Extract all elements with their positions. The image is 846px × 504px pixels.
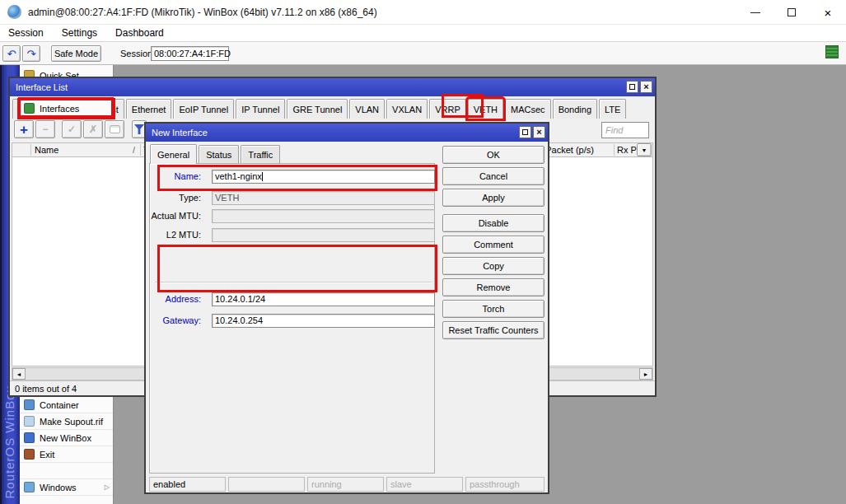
interfaces-icon [24,103,35,114]
exit-icon [24,449,35,460]
menu-item[interactable]: Dashboard [115,27,164,39]
comment-icon [110,125,120,133]
column-select-button[interactable]: ▼ [637,143,652,156]
connection-indicator [825,45,839,58]
column-name[interactable]: Name [35,145,58,155]
interface-type-tab[interactable]: MACsec [505,99,551,119]
sidebar-item[interactable]: Windows ▷ [20,479,113,496]
menu-item[interactable]: Session [8,27,44,39]
scroll-right-button[interactable]: ► [639,368,652,380]
comment-button[interactable] [105,120,124,138]
dialog-status-row: enabledrunningslavepassthrough [146,477,548,492]
maximize-button[interactable] [774,0,810,25]
safe-mode-button[interactable]: Safe Mode [51,45,101,62]
interface-type-tab[interactable]: LTE [599,99,626,119]
dialog-button[interactable]: OK [442,146,545,164]
close-button[interactable]: × [810,0,846,25]
status-cell [228,477,305,492]
interface-type-tab[interactable]: GRE Tunnel [287,99,348,119]
minimize-button[interactable] [737,0,774,25]
window-controls: × [737,0,846,25]
dialog-button[interactable]: Torch [442,300,545,318]
dialog-button[interactable]: Comment [442,236,545,254]
sidebar-item[interactable]: Make Supout.rif [20,413,113,430]
status-cell: enabled [149,477,226,492]
gateway-input[interactable]: 10.24.0.254 [212,314,435,328]
interface-list-title: Interface List [16,82,68,92]
session-field[interactable]: 08:00:27:A4:1F:FD [151,46,229,61]
window-titlebar: admin@08:00:27:A4:1F:FD (MikroTik) - Win… [0,0,846,25]
dialog-button[interactable]: Apply [442,189,545,207]
sidebar-item[interactable]: Container [20,397,113,413]
dialog-tab[interactable]: General [150,144,197,164]
name-input[interactable]: veth1-nginx [212,170,435,184]
sidebar-item[interactable]: Exit [20,446,113,463]
scroll-left-icon: ◄ [16,371,22,377]
type-field: VETH [212,191,435,205]
filter-funnel-icon [134,124,144,134]
redo-button[interactable]: ↷ [22,45,40,62]
cross-icon: ✗ [89,124,97,135]
interface-type-tab[interactable]: VLAN [349,99,385,119]
interface-type-tab[interactable]: Ethernet [126,99,172,119]
dialog-buttons: OKCancelApplyDisableCommentCopyRemoveTor… [442,124,545,453]
sidebar-item[interactable]: New WinBox [20,430,113,446]
l2-mtu-field [212,228,435,242]
maximize-button[interactable] [626,81,638,93]
interface-type-tab[interactable]: VXLAN [386,99,428,119]
interface-type-tab[interactable]: Bonding [553,99,597,119]
dialog-tab[interactable]: Traffic [241,145,280,163]
undo-button[interactable]: ↶ [2,45,21,62]
text-cursor [262,172,263,181]
dialog-tabs: GeneralStatusTraffic [150,145,282,164]
dialog-button[interactable]: Remove [442,278,545,296]
name-label: Name: [150,170,201,181]
dialog-button[interactable]: Cancel [442,167,545,185]
status-cell: running [307,477,384,492]
scroll-left-button[interactable]: ◄ [12,368,26,380]
winbox-logo-icon [7,5,21,19]
enable-button[interactable]: ✓ [62,120,82,138]
column-rx-packet[interactable]: Rx Pac [617,145,637,155]
windows-icon [24,482,35,492]
undo-icon: ↶ [7,48,16,60]
dialog-tab[interactable]: Status [199,145,239,163]
sort-ascending-icon: / [133,145,135,155]
menu-item[interactable]: Settings [62,27,97,39]
submenu-arrow-icon: ▷ [105,483,110,491]
maximize-icon [629,84,635,90]
plus-icon: + [20,123,28,137]
status-cell: slave [386,477,463,492]
main-toolbar: ↶ ↷ Safe Mode Session: 08:00:27:A4:1F:FD [0,42,846,65]
window-title: admin@08:00:27:A4:1F:FD (MikroTik) - Win… [28,7,377,18]
interface-type-tab[interactable]: VETH [468,99,503,119]
check-icon: ✓ [68,124,76,135]
dialog-button[interactable]: Copy [442,257,545,275]
scroll-right-icon: ► [643,371,649,377]
dialog-button[interactable]: Reset Traffic Counters [442,321,545,339]
address-label: Address: [150,292,201,304]
close-icon: × [643,82,648,91]
address-input[interactable]: 10.24.0.1/24 [212,292,435,306]
interface-type-tab[interactable]: EoIP Tunnel [173,99,234,119]
dialog-button[interactable]: Disable [442,214,545,232]
winbox-app: admin@08:00:27:A4:1F:FD (MikroTik) - Win… [0,0,846,504]
menu-bar: SessionSettingsDashboard [0,25,846,42]
minimize-icon [750,12,760,13]
status-cell: passthrough [465,477,545,492]
disable-button[interactable]: ✗ [83,120,103,138]
remove-button[interactable]: − [35,120,55,138]
find-input[interactable] [601,122,649,138]
items-count: 0 items out of 4 [15,384,77,394]
interface-type-tab[interactable]: IP Tunnel [236,99,285,119]
dropdown-arrow-icon: ▼ [642,147,647,153]
interface-list-titlebar[interactable]: Interface List × [10,78,655,96]
supout-file-icon [24,416,35,427]
interface-type-tab[interactable]: VRRP [429,99,466,119]
actual-mtu-field [212,209,435,223]
close-button[interactable]: × [640,81,652,93]
add-button[interactable]: + [14,120,34,138]
container-icon [24,399,35,410]
sidebar-item[interactable]: Interfaces [20,100,113,117]
sidebar-separator [20,463,113,479]
